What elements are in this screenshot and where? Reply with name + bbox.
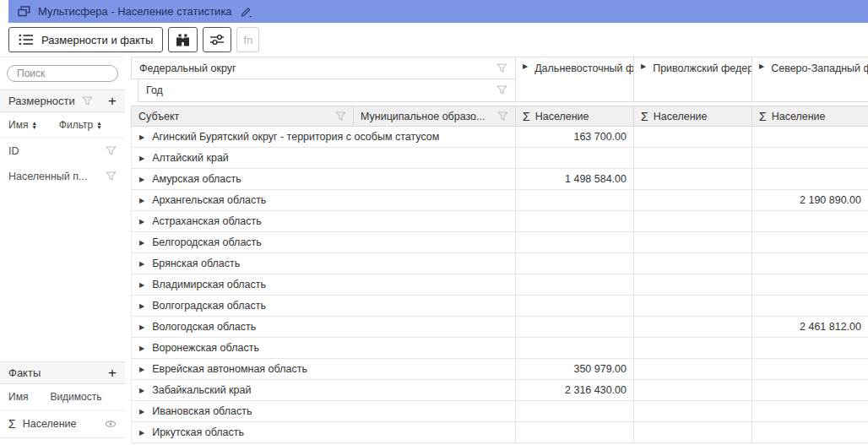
sort-icon[interactable]: ▲▼	[31, 121, 36, 130]
value-cell[interactable]	[751, 401, 868, 421]
expand-icon[interactable]: ▶	[139, 239, 144, 247]
value-cell[interactable]	[751, 253, 868, 274]
value-cell[interactable]	[633, 359, 751, 379]
value-cell[interactable]	[633, 190, 751, 210]
value-cell[interactable]	[515, 338, 633, 358]
edit-title-icon[interactable]	[240, 6, 252, 18]
row-expand-cell[interactable]: ▶ Астраханская область	[131, 211, 515, 231]
column-group-header[interactable]: ▶ Приволжский федеральный округ	[633, 57, 751, 102]
expand-icon[interactable]: ▶	[139, 218, 144, 225]
year-dimension-header[interactable]: Год	[138, 79, 515, 102]
expand-icon[interactable]: ▶	[523, 62, 528, 70]
value-cell[interactable]: 1 498 584.00	[515, 169, 633, 189]
value-cell[interactable]	[515, 148, 633, 168]
value-cell[interactable]	[633, 253, 751, 274]
measure-column-header[interactable]: Σ Население	[633, 106, 751, 127]
value-cell[interactable]	[633, 211, 751, 231]
value-cell[interactable]	[751, 148, 868, 168]
row-expand-cell[interactable]: ▶ Иркутская область	[131, 422, 515, 442]
value-cell[interactable]: 2 316 430.00	[515, 380, 633, 400]
fact-item-population[interactable]: Σ Население	[0, 410, 125, 438]
federal-district-dimension-header[interactable]: Федеральный округ	[131, 57, 515, 79]
value-cell[interactable]	[751, 211, 868, 231]
row-expand-cell[interactable]: ▶ Воронежская область	[131, 338, 515, 358]
visibility-eye-icon[interactable]	[105, 420, 117, 428]
value-cell[interactable]	[751, 232, 868, 252]
expand-icon[interactable]: ▶	[139, 133, 144, 141]
value-cell[interactable]	[515, 296, 633, 316]
municipality-column-header[interactable]: Муниципальное образо...	[353, 106, 515, 127]
row-expand-cell[interactable]: ▶ Белгородская область	[131, 232, 515, 252]
expand-icon[interactable]: ▶	[139, 155, 144, 162]
expand-icon[interactable]: ▶	[139, 176, 144, 183]
add-fact-button[interactable]: +	[108, 366, 117, 380]
column-group-header[interactable]: ▶ Дальневосточный федеральный округ	[515, 57, 633, 102]
value-cell[interactable]	[515, 317, 633, 337]
search-input[interactable]	[7, 65, 118, 82]
dimensions-facts-button[interactable]: Размерности и факты	[8, 27, 163, 52]
filter-icon[interactable]	[82, 96, 93, 106]
expand-icon[interactable]: ▶	[759, 62, 764, 70]
value-cell[interactable]	[515, 211, 633, 231]
value-cell[interactable]	[633, 296, 751, 316]
value-cell[interactable]	[751, 296, 868, 316]
expand-icon[interactable]: ▶	[139, 429, 144, 437]
row-expand-cell[interactable]: ▶ Еврейская автономная область	[131, 359, 515, 379]
row-expand-cell[interactable]: ▶ Вологодская область	[131, 317, 515, 337]
value-cell[interactable]	[633, 380, 751, 400]
value-cell[interactable]	[633, 401, 751, 421]
expand-icon[interactable]: ▶	[139, 281, 144, 289]
value-cell[interactable]	[751, 169, 868, 189]
expand-icon[interactable]: ▶	[139, 408, 144, 415]
row-expand-cell[interactable]: ▶ Амурская область	[131, 169, 515, 189]
filter-icon[interactable]	[496, 85, 507, 95]
value-cell[interactable]	[515, 253, 633, 274]
value-cell[interactable]	[633, 274, 751, 295]
value-cell[interactable]	[751, 380, 868, 400]
expand-icon[interactable]: ▶	[641, 62, 646, 70]
filter-icon[interactable]	[335, 111, 346, 122]
value-cell[interactable]	[633, 317, 751, 337]
row-expand-cell[interactable]: ▶ Агинский Бурятский округ - территория …	[131, 127, 515, 147]
filter-icon[interactable]	[497, 111, 508, 122]
sort-icon[interactable]: ▲▼	[96, 121, 101, 130]
value-cell[interactable]	[515, 422, 633, 442]
value-cell[interactable]	[515, 401, 633, 421]
value-cell[interactable]: 2 190 890.00	[751, 190, 868, 210]
value-cell[interactable]	[515, 232, 633, 252]
value-cell[interactable]	[633, 127, 751, 147]
window-restore-icon[interactable]	[18, 6, 30, 17]
settings-sliders-button[interactable]	[203, 27, 231, 52]
subject-column-header[interactable]: Субъект	[131, 106, 353, 127]
expand-icon[interactable]: ▶	[139, 197, 144, 204]
value-cell[interactable]	[751, 359, 868, 379]
filter-icon[interactable]	[496, 63, 507, 73]
row-expand-cell[interactable]: ▶ Брянская область	[131, 253, 515, 274]
expand-icon[interactable]: ▶	[139, 323, 144, 331]
row-expand-cell[interactable]: ▶ Алтайский край	[131, 148, 515, 168]
value-cell[interactable]	[751, 422, 868, 442]
value-cell[interactable]	[633, 148, 751, 168]
row-expand-cell[interactable]: ▶ Архангельская область	[131, 190, 515, 210]
value-cell[interactable]	[633, 338, 751, 358]
row-expand-cell[interactable]: ▶ Забайкальский край	[131, 380, 515, 400]
add-dimension-button[interactable]: +	[108, 94, 117, 108]
expand-icon[interactable]: ▶	[139, 345, 144, 352]
value-cell[interactable]	[515, 274, 633, 295]
measure-column-header[interactable]: Σ Население	[515, 106, 633, 127]
value-cell[interactable]: 163 700.00	[515, 127, 633, 147]
filter-icon[interactable]	[106, 146, 117, 156]
filter-icon[interactable]	[106, 171, 117, 182]
value-cell[interactable]	[751, 338, 868, 358]
expand-icon[interactable]: ▶	[139, 387, 144, 394]
search-binoculars-button[interactable]	[168, 27, 198, 52]
value-cell[interactable]	[751, 127, 868, 147]
expand-icon[interactable]: ▶	[139, 260, 144, 268]
value-cell[interactable]: 350 979.00	[515, 359, 633, 379]
value-cell[interactable]: 2 461 812.00	[751, 317, 868, 337]
fn-button[interactable]: fn	[236, 27, 259, 52]
dimension-item-id[interactable]: ID	[0, 138, 125, 164]
value-cell[interactable]	[633, 232, 751, 252]
value-cell[interactable]	[515, 190, 633, 210]
measure-column-header[interactable]: Σ Население	[751, 106, 868, 127]
